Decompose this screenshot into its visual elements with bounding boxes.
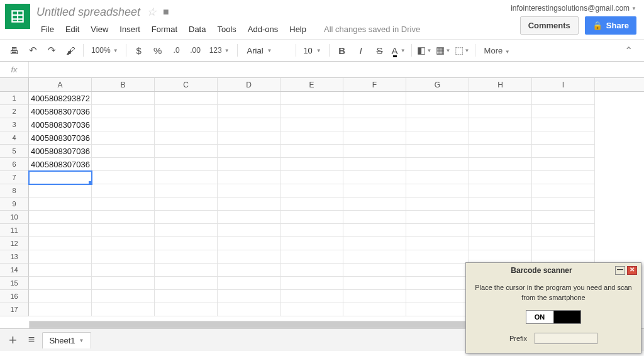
cell[interactable]	[218, 145, 280, 158]
cell[interactable]: 4005808307036	[29, 158, 92, 171]
close-button[interactable]: ✕	[627, 266, 637, 275]
paint-format-icon[interactable]: 🖌	[62, 42, 79, 58]
cell[interactable]	[155, 158, 218, 171]
more-toolbar-button[interactable]: More ▼	[479, 46, 515, 55]
cell[interactable]	[155, 118, 218, 131]
col-header-D[interactable]: D	[218, 78, 280, 91]
row-header[interactable]: 7	[0, 171, 29, 184]
cell[interactable]	[280, 211, 343, 224]
cell[interactable]	[532, 211, 595, 224]
doc-title[interactable]: Untitled spreadsheet	[36, 6, 140, 19]
col-header-G[interactable]: G	[406, 78, 469, 91]
cell[interactable]	[343, 211, 406, 224]
cell[interactable]	[29, 197, 92, 211]
cell[interactable]	[469, 224, 532, 237]
cell[interactable]	[406, 290, 469, 303]
col-header-H[interactable]: H	[469, 78, 532, 91]
cell[interactable]	[218, 105, 280, 118]
cell[interactable]	[406, 118, 469, 131]
menu-addons[interactable]: Add-ons	[243, 23, 282, 36]
col-header-E[interactable]: E	[280, 78, 343, 91]
select-all-corner[interactable]	[0, 78, 29, 91]
cell[interactable]	[155, 105, 218, 118]
user-email[interactable]: infointerestingsolutions@gmail.com ▼	[511, 4, 636, 13]
cell[interactable]	[406, 171, 469, 184]
undo-icon[interactable]: ↶	[24, 42, 42, 58]
cell[interactable]	[469, 158, 532, 171]
cell[interactable]	[92, 264, 155, 277]
cell[interactable]	[155, 131, 218, 145]
cell[interactable]	[280, 105, 343, 118]
cell[interactable]	[406, 184, 469, 197]
cell[interactable]	[280, 171, 343, 184]
cell[interactable]	[469, 237, 532, 250]
cell[interactable]	[218, 211, 280, 224]
row-header[interactable]: 12	[0, 237, 29, 250]
cell[interactable]	[406, 237, 469, 250]
merge-cells-button[interactable]: ⬚▼	[453, 42, 471, 58]
cell[interactable]	[29, 171, 92, 184]
row-header[interactable]: 11	[0, 224, 29, 237]
cell[interactable]	[406, 131, 469, 145]
currency-button[interactable]: $	[130, 42, 148, 58]
cell[interactable]: 4005808293872	[29, 92, 92, 105]
italic-button[interactable]: I	[352, 42, 370, 58]
cell[interactable]	[92, 131, 155, 145]
cell[interactable]	[29, 224, 92, 237]
cell[interactable]	[92, 277, 155, 290]
cell[interactable]	[92, 290, 155, 303]
cell[interactable]	[155, 303, 218, 316]
cell[interactable]	[92, 250, 155, 264]
row-header[interactable]: 8	[0, 184, 29, 197]
row-header[interactable]: 9	[0, 197, 29, 211]
cell[interactable]	[406, 92, 469, 105]
cell[interactable]	[280, 237, 343, 250]
menu-edit[interactable]: Edit	[61, 23, 84, 36]
text-color-button[interactable]: A▼	[390, 42, 408, 58]
cell[interactable]	[92, 303, 155, 316]
cell[interactable]	[343, 171, 406, 184]
cell[interactable]	[469, 171, 532, 184]
row-header[interactable]: 15	[0, 277, 29, 290]
row-header[interactable]: 3	[0, 118, 29, 131]
cell[interactable]	[92, 105, 155, 118]
cell[interactable]	[92, 237, 155, 250]
cell[interactable]	[406, 264, 469, 277]
cell[interactable]	[29, 303, 92, 316]
cell[interactable]	[406, 250, 469, 264]
cell[interactable]	[532, 118, 595, 131]
sheet-tab[interactable]: Sheet1▼	[42, 332, 91, 348]
cell[interactable]	[29, 250, 92, 264]
cell[interactable]	[92, 158, 155, 171]
col-header-I[interactable]: I	[532, 78, 595, 91]
cell[interactable]	[29, 237, 92, 250]
cell[interactable]	[218, 277, 280, 290]
cell[interactable]	[469, 197, 532, 211]
cell[interactable]	[218, 92, 280, 105]
cell[interactable]	[280, 184, 343, 197]
cell[interactable]	[155, 224, 218, 237]
cell[interactable]	[532, 250, 595, 264]
cell[interactable]	[218, 131, 280, 145]
cell[interactable]	[469, 250, 532, 264]
row-header[interactable]: 13	[0, 250, 29, 264]
cell[interactable]	[155, 145, 218, 158]
cell[interactable]	[155, 237, 218, 250]
cell[interactable]	[469, 184, 532, 197]
cell[interactable]	[469, 131, 532, 145]
menu-format[interactable]: Format	[147, 23, 182, 36]
menu-view[interactable]: View	[86, 23, 113, 36]
cell[interactable]: 4005808307036	[29, 118, 92, 131]
cell[interactable]	[343, 145, 406, 158]
cell[interactable]	[218, 184, 280, 197]
cell[interactable]	[343, 105, 406, 118]
borders-button[interactable]: ▦▼	[435, 42, 452, 58]
cell[interactable]	[218, 171, 280, 184]
cell[interactable]	[343, 184, 406, 197]
increase-decimal-button[interactable]: .00	[187, 42, 204, 58]
formula-input[interactable]	[29, 65, 644, 74]
cell[interactable]	[343, 92, 406, 105]
cell[interactable]	[280, 224, 343, 237]
font-select[interactable]: Arial▼	[242, 45, 292, 56]
col-header-B[interactable]: B	[92, 78, 155, 91]
